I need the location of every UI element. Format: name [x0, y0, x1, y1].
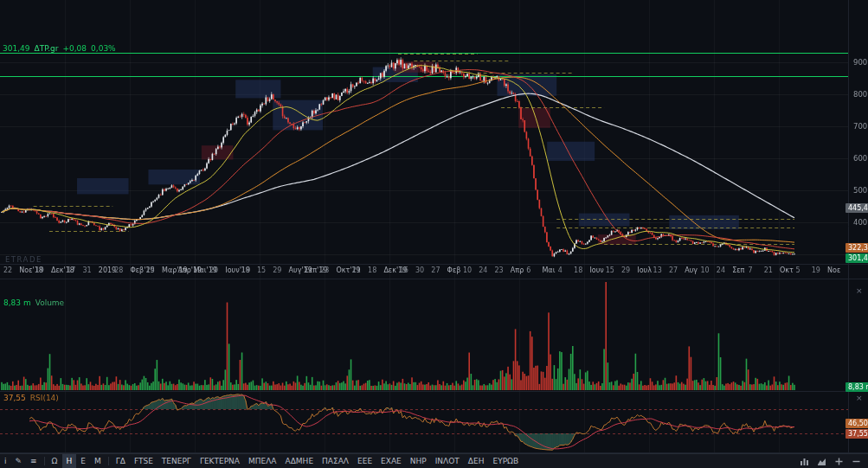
- time-axis-label: Ιουλ: [637, 266, 652, 274]
- time-axis-label: 27: [669, 266, 678, 274]
- timeframe-Ω[interactable]: Ω: [48, 454, 62, 468]
- legend-change-pct: 0,03%: [91, 44, 116, 53]
- symbol-ΤΕΝΕΡΓ[interactable]: ΤΕΝΕΡΓ: [158, 454, 196, 468]
- time-axis-label: 16: [400, 266, 408, 274]
- chart-canvas[interactable]: [0, 0, 868, 468]
- time-axis-label: 5: [795, 266, 800, 274]
- time-axis-label: 24: [479, 266, 487, 274]
- rsi-value: 37,55: [3, 394, 26, 402]
- time-axis-label: 18: [574, 266, 582, 274]
- price-axis-label: 800: [853, 90, 867, 99]
- timeframe-Η[interactable]: Η: [62, 454, 77, 468]
- symbol-ΕΕΕ[interactable]: ΕΕΕ: [353, 454, 376, 468]
- watermark: ETRADE: [5, 255, 42, 264]
- time-axis-label: Αυγ: [685, 266, 698, 274]
- time-axis-label: 23: [495, 266, 504, 274]
- time-axis-label: 7: [748, 266, 752, 274]
- toolbar-right-group: [800, 454, 868, 468]
- time-axis-label: Μαι: [542, 266, 555, 274]
- price-axis-label: 400: [853, 218, 867, 227]
- time-axis-label: 31: [83, 266, 92, 274]
- time-axis-label: 29: [273, 266, 281, 274]
- time-axis-label: 21: [764, 266, 773, 274]
- plus-icon[interactable]: [834, 457, 844, 466]
- volume-name: Volume: [35, 298, 64, 307]
- toolbar-left-group: i✎≡ΩΗΕΜΓΔFTSEΤΕΝΕΡΓΓΕΚΤΕΡΝΑΜΠΕΛΑΑΔΜΗΕΠΑΣ…: [0, 454, 523, 468]
- time-axis-label: Νοε: [827, 266, 840, 274]
- time-axis-label: 18: [368, 266, 376, 274]
- time-axis-label: 27: [431, 266, 440, 274]
- time-axis-label: 15: [257, 266, 266, 274]
- symbol-ΔΕΗ[interactable]: ΔΕΗ: [464, 454, 489, 468]
- symbol-ΓΔ[interactable]: ΓΔ: [112, 454, 130, 468]
- time-axis-label: 21: [352, 266, 361, 274]
- rsi-pane-close-icon[interactable]: ×: [856, 394, 863, 402]
- time-axis[interactable]: 22Νοε'1819Δεκ'181731201928Φεβ'1925Μαρ'19…: [0, 265, 848, 279]
- symbol-ΕΥΡΩΒ[interactable]: ΕΥΡΩΒ: [488, 454, 523, 468]
- rsi-pane-label[interactable]: 37,55 RSI(14): [3, 394, 59, 402]
- time-axis-label: Απρ: [511, 266, 524, 274]
- time-axis-label: 2019: [99, 266, 116, 274]
- price-axis-label: 900: [853, 58, 867, 67]
- price-axis-label: 700: [853, 122, 867, 131]
- time-axis-label: Φεβ: [447, 266, 461, 274]
- trading-app: 301,49 ΔTP.gr +0,08 0,03% ETRADE 8,83 m …: [0, 0, 868, 468]
- time-axis-label: Σεπ: [732, 266, 744, 274]
- minus-icon[interactable]: [852, 457, 861, 466]
- time-axis-label: 10: [463, 266, 472, 274]
- legend-symbol: ΔTP.gr: [35, 44, 59, 53]
- timeframe-Μ[interactable]: Μ: [90, 454, 106, 468]
- time-axis-label: 18: [241, 266, 250, 274]
- symbol-FTSE[interactable]: FTSE: [130, 454, 158, 468]
- bar-chart-icon[interactable]: [800, 457, 809, 466]
- time-axis-label: 19: [812, 266, 820, 274]
- volume-value: 8,83 m: [3, 298, 31, 307]
- symbol-ΙΝΛΟΤ[interactable]: ΙΝΛΟΤ: [431, 454, 464, 468]
- time-axis-label: 20: [209, 266, 218, 274]
- price-axis-label: 600: [853, 154, 867, 163]
- price-axis[interactable]: 900800700600500400: [848, 0, 868, 453]
- symbol-ΕΧΑΕ[interactable]: ΕΧΑΕ: [376, 454, 406, 468]
- symbol-legend[interactable]: 301,49 ΔTP.gr +0,08 0,03%: [3, 44, 116, 53]
- time-axis-label: 29: [621, 266, 630, 274]
- time-axis-label: 6: [526, 266, 530, 274]
- bottom-toolbar: i✎≡ΩΗΕΜΓΔFTSEΤΕΝΕΡΓΓΕΚΤΕΡΝΑΜΠΕΛΑΑΔΜΗΕΠΑΣ…: [0, 453, 868, 468]
- timeframe-Ε[interactable]: Ε: [76, 454, 90, 468]
- time-axis-label: 13: [653, 266, 662, 274]
- legend-price: 301,49: [3, 44, 30, 53]
- rsi-name: RSI(14): [30, 394, 59, 402]
- time-axis-label: Οκτ: [780, 266, 794, 274]
- time-axis-label: 15: [606, 266, 614, 274]
- price-axis-label: 500: [853, 186, 867, 195]
- symbol-ΑΔΜΗΕ[interactable]: ΑΔΜΗΕ: [281, 454, 318, 468]
- toolbar-separator: [108, 457, 109, 465]
- volume-pane-label[interactable]: 8,83 m Volume: [3, 298, 64, 307]
- volume-pane-close-icon[interactable]: ×: [856, 287, 863, 295]
- symbol-ΠΑΣΑΛ[interactable]: ΠΑΣΑΛ: [318, 454, 353, 468]
- symbol-ΜΠΕΛΑ[interactable]: ΜΠΕΛΑ: [244, 454, 281, 468]
- time-axis-label: 23: [320, 266, 329, 274]
- time-axis-label: 17: [67, 266, 75, 274]
- time-axis-label: 28: [114, 266, 123, 274]
- time-axis-label: 30: [415, 266, 424, 274]
- time-axis-label: 10: [701, 266, 710, 274]
- toolbar-separator: [44, 457, 45, 465]
- time-axis-label: 25: [146, 266, 155, 274]
- area-chart-icon[interactable]: [817, 457, 826, 466]
- time-axis-label: 19: [35, 266, 44, 274]
- symbol-ΓΕΚΤΕΡΝΑ[interactable]: ΓΕΚΤΕΡΝΑ: [196, 454, 244, 468]
- draw-icon[interactable]: ✎: [11, 454, 27, 468]
- legend-change: +0,08: [62, 44, 87, 53]
- indicators-icon[interactable]: ≡: [26, 454, 42, 468]
- time-axis-label: 22: [3, 266, 12, 274]
- time-axis-label: Ιουν: [589, 266, 603, 274]
- info-icon[interactable]: i: [0, 454, 11, 468]
- time-axis-label: 24: [717, 266, 725, 274]
- symbol-ΝΗΡ[interactable]: ΝΗΡ: [406, 454, 431, 468]
- time-axis-label: 4: [558, 266, 563, 274]
